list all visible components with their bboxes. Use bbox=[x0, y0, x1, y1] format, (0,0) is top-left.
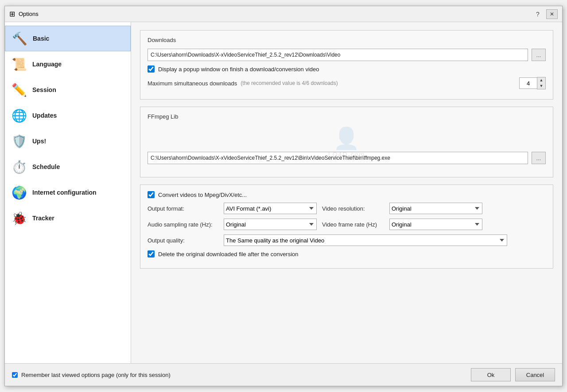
max-downloads-spinbox: ▲ ▼ bbox=[519, 77, 546, 89]
hammer-icon: 🔨 bbox=[11, 30, 28, 47]
footer-right: Ok Cancel bbox=[471, 368, 555, 381]
sidebar-item-session[interactable]: ✏️ Session bbox=[5, 77, 131, 103]
max-downloads-label: Maximum simultaneous downloads bbox=[148, 80, 237, 87]
remember-checkbox[interactable] bbox=[12, 372, 18, 378]
video-framerate-select[interactable]: Original 30 25 24 bbox=[389, 219, 482, 230]
dialog-body: 🔨 Basic 📜 Language ✏️ Session 🌐 Updates … bbox=[5, 22, 562, 363]
footer-left: Remember last viewed options page (only … bbox=[12, 372, 171, 378]
output-quality-label: Output quality: bbox=[148, 237, 218, 244]
downloads-browse-button[interactable]: ... bbox=[532, 49, 546, 61]
delete-original-row: Delete the original downloaded file afte… bbox=[148, 250, 546, 257]
sidebar-item-basic[interactable]: 🔨 Basic bbox=[5, 26, 131, 51]
dialog-title: Options bbox=[19, 11, 39, 17]
delete-original-label: Delete the original downloaded file afte… bbox=[158, 251, 299, 257]
convert-checkbox-label: Convert videos to Mpeg/DivX/etc... bbox=[158, 192, 247, 198]
convert-checkbox-row: Convert videos to Mpeg/DivX/etc... bbox=[148, 191, 546, 198]
title-bar: ⊞ Options ? ✕ bbox=[5, 6, 562, 22]
video-resolution-select[interactable]: Original 1080p 720p 480p bbox=[389, 203, 482, 214]
popup-checkbox-row: Display a popup window on finish a downl… bbox=[148, 65, 546, 73]
convert-section: Convert videos to Mpeg/DivX/etc... Outpu… bbox=[140, 184, 553, 269]
audio-sampling-label: Audio sampling rate (Hz): bbox=[148, 221, 218, 228]
downloads-path-row: ... bbox=[148, 49, 546, 61]
audio-sampling-row: Audio sampling rate (Hz): Original 44100… bbox=[148, 219, 546, 230]
video-framerate-label: Video frame rate (Hz) bbox=[322, 221, 384, 228]
output-format-row: Output format: AVI Format (*.avi) MP4 Fo… bbox=[148, 203, 546, 214]
max-downloads-row: Maximum simultaneous downloads (the reco… bbox=[148, 77, 546, 89]
help-button[interactable]: ? bbox=[533, 9, 543, 19]
sidebar-label-internet: Internet configuration bbox=[32, 189, 97, 196]
ffmpeg-section: FFmpeg Lib 👤 LO4D.com ... bbox=[140, 107, 553, 177]
pencil-icon: ✏️ bbox=[10, 81, 28, 99]
popup-checkbox-label: Display a popup window on finish a downl… bbox=[158, 66, 319, 73]
output-quality-select[interactable]: The Same quality as the original Video H… bbox=[224, 234, 507, 246]
spin-up-button[interactable]: ▲ bbox=[537, 77, 545, 83]
output-format-label: Output format: bbox=[148, 205, 218, 212]
clock-icon: ⏱️ bbox=[10, 158, 28, 176]
sidebar-label-updates: Updates bbox=[32, 112, 57, 119]
sidebar-label-basic: Basic bbox=[33, 35, 49, 42]
scroll-icon: 📜 bbox=[10, 55, 28, 73]
sidebar-item-tracker[interactable]: 🐞 Tracker bbox=[5, 205, 131, 231]
ffmpeg-path-row: ... bbox=[148, 152, 546, 164]
ffmpeg-path-input[interactable] bbox=[148, 152, 528, 164]
output-format-select[interactable]: AVI Format (*.avi) MP4 Format (*.mp4) MP… bbox=[224, 203, 317, 214]
audio-sampling-select[interactable]: Original 44100 22050 bbox=[224, 219, 317, 230]
close-button[interactable]: ✕ bbox=[546, 9, 558, 19]
bug-icon: 🐞 bbox=[10, 209, 28, 227]
content-area: Downloads ... Display a popup window on … bbox=[131, 22, 562, 363]
sidebar-item-internet[interactable]: 🌍 Internet configuration bbox=[5, 180, 131, 205]
remember-label: Remember last viewed options page (only … bbox=[21, 372, 171, 378]
popup-checkbox[interactable] bbox=[148, 65, 155, 73]
max-downloads-hint: (the recomended value is 4/6 downloads) bbox=[241, 80, 338, 86]
sidebar-label-session: Session bbox=[32, 86, 56, 93]
sidebar-item-schedule[interactable]: ⏱️ Schedule bbox=[5, 154, 131, 180]
options-dialog: ⊞ Options ? ✕ 🔨 Basic 📜 Language ✏️ Sess… bbox=[4, 6, 563, 386]
title-bar-right: ? ✕ bbox=[533, 9, 558, 19]
delete-original-checkbox[interactable] bbox=[148, 250, 155, 257]
dialog-icon: ⊞ bbox=[9, 10, 15, 18]
sidebar-label-tracker: Tracker bbox=[32, 215, 54, 222]
ok-button[interactable]: Ok bbox=[471, 368, 511, 381]
downloads-title: Downloads bbox=[148, 37, 546, 43]
cancel-button[interactable]: Cancel bbox=[515, 368, 555, 381]
dialog-footer: Remember last viewed options page (only … bbox=[5, 363, 562, 386]
convert-checkbox[interactable] bbox=[148, 191, 155, 198]
downloads-section: Downloads ... Display a popup window on … bbox=[140, 30, 553, 100]
spinbox-buttons: ▲ ▼ bbox=[537, 77, 546, 89]
sidebar-label-schedule: Schedule bbox=[32, 163, 60, 170]
ffmpeg-title: FFmpeg Lib bbox=[148, 113, 546, 120]
globe-icon: 🌐 bbox=[10, 107, 28, 124]
sidebar-label-language: Language bbox=[32, 61, 62, 68]
shield-icon: 🛡️ bbox=[10, 132, 28, 150]
video-resolution-label: Video resolution: bbox=[322, 205, 384, 212]
downloads-path-input[interactable] bbox=[148, 49, 528, 61]
sidebar-item-language[interactable]: 📜 Language bbox=[5, 51, 131, 77]
sidebar: 🔨 Basic 📜 Language ✏️ Session 🌐 Updates … bbox=[5, 22, 131, 363]
ffmpeg-browse-button[interactable]: ... bbox=[532, 152, 546, 164]
output-quality-row: Output quality: The Same quality as the … bbox=[148, 234, 546, 246]
sidebar-item-updates[interactable]: 🌐 Updates bbox=[5, 103, 131, 128]
spin-down-button[interactable]: ▼ bbox=[537, 83, 545, 89]
sidebar-item-ups[interactable]: 🛡️ Ups! bbox=[5, 128, 131, 154]
max-downloads-input[interactable] bbox=[519, 77, 537, 89]
sidebar-label-ups: Ups! bbox=[32, 138, 46, 145]
internet-icon: 🌍 bbox=[10, 184, 28, 201]
title-bar-left: ⊞ Options bbox=[9, 10, 39, 18]
